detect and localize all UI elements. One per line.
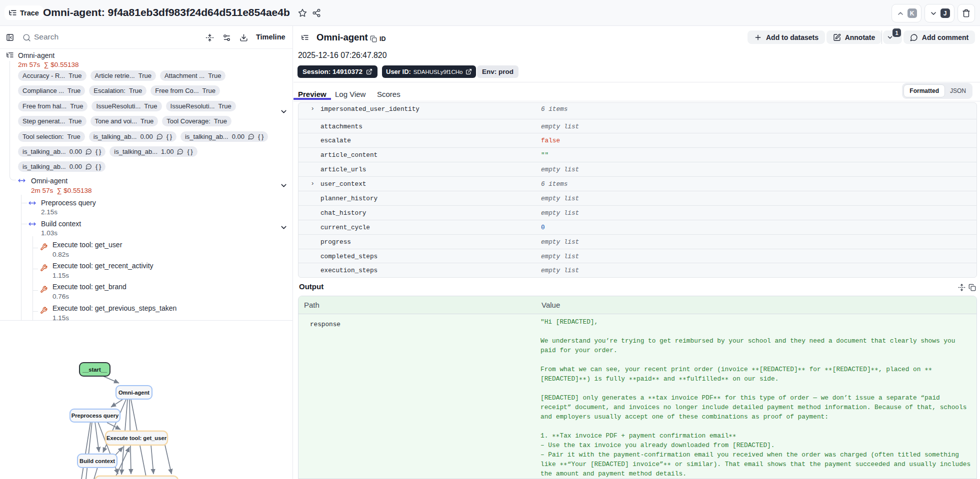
svg-text:Execute tool: get_user: Execute tool: get_user — [106, 435, 167, 441]
svg-text:Preprocess query: Preprocess query — [72, 413, 119, 419]
svg-text:__start__: __start__ — [82, 367, 108, 373]
svg-text:Build context: Build context — [80, 458, 115, 464]
svg-text:Omni-agent: Omni-agent — [118, 390, 150, 396]
